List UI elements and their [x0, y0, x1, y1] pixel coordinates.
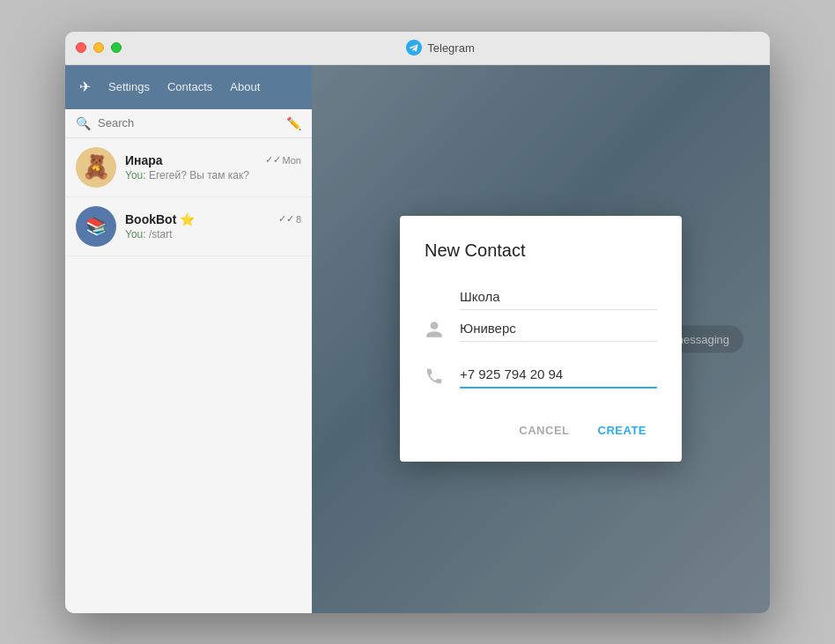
cancel-button[interactable]: CANCEL	[508, 417, 580, 444]
first-name-input[interactable]	[460, 285, 657, 310]
chat-time-bookbot: ✓✓ 8	[278, 213, 301, 225]
app-content: ✈ Settings Contacts About 🔍 ✏️ 🧸 Инара	[65, 65, 770, 613]
chat-name-row-bookbot: BookBot ⭐ ✓✓ 8	[125, 212, 301, 226]
sidebar: ✈ Settings Contacts About 🔍 ✏️ 🧸 Инара	[65, 65, 312, 613]
chat-item-bookbot[interactable]: 📚 BookBot ⭐ ✓✓ 8 You: /start	[65, 197, 312, 256]
minimize-button[interactable]	[93, 42, 104, 53]
avatar-inara: 🧸	[76, 147, 116, 188]
dialog-overlay: New Contact	[312, 65, 770, 613]
nav-settings[interactable]: Settings	[108, 80, 150, 93]
dialog-actions: CANCEL CREATE	[425, 417, 657, 444]
compose-icon[interactable]: ✏️	[286, 116, 301, 130]
chat-main: start messaging New Contact	[312, 65, 770, 613]
chat-name-row-inara: Инара ✓✓ Mon	[125, 153, 301, 167]
double-tick-icon: ✓✓	[265, 154, 281, 166]
you-label-bookbot: You:	[125, 228, 149, 241]
phone-input[interactable]	[460, 363, 657, 389]
chat-name-bookbot: BookBot ⭐	[125, 212, 195, 226]
sidebar-header: ✈ Settings Contacts About	[65, 65, 312, 109]
you-label-inara: You:	[125, 169, 149, 181]
name-inputs	[460, 285, 657, 349]
search-icon: 🔍	[76, 116, 91, 130]
nav-about[interactable]: About	[230, 80, 260, 93]
sidebar-telegram-icon: ✈	[79, 78, 91, 95]
search-input[interactable]	[98, 116, 279, 130]
name-field-group	[425, 285, 657, 349]
telegram-icon	[406, 40, 422, 56]
chat-info-bookbot: BookBot ⭐ ✓✓ 8 You: /start	[125, 212, 301, 241]
last-name-input[interactable]	[460, 317, 657, 342]
avatar-bookbot: 📚	[76, 206, 116, 247]
chat-preview-bookbot: You: /start	[125, 228, 301, 241]
main-window: Telegram ✈ Settings Contacts About 🔍 ✏️	[65, 32, 770, 613]
dialog-fields	[425, 285, 657, 396]
titlebar: Telegram	[65, 32, 770, 65]
chat-name-inara: Инара	[125, 153, 163, 167]
new-contact-dialog: New Contact	[400, 216, 682, 462]
phone-field-group	[425, 363, 657, 396]
chat-item-inara[interactable]: 🧸 Инара ✓✓ Mon You: Егегей? Вы там как?	[65, 138, 312, 197]
dialog-title: New Contact	[425, 241, 657, 261]
traffic-lights	[76, 42, 122, 53]
chat-time-inara: ✓✓ Mon	[265, 154, 301, 166]
phone-icon	[425, 366, 446, 396]
chat-list: 🧸 Инара ✓✓ Mon You: Егегей? Вы там как?	[65, 138, 312, 613]
double-tick-icon-bookbot: ✓✓	[278, 213, 294, 225]
nav-contacts[interactable]: Contacts	[167, 80, 212, 93]
create-button[interactable]: CREATE	[587, 417, 657, 444]
chat-info-inara: Инара ✓✓ Mon You: Егегей? Вы там как?	[125, 153, 301, 181]
maximize-button[interactable]	[111, 42, 122, 53]
window-title: Telegram	[122, 40, 759, 56]
search-bar: 🔍 ✏️	[65, 109, 312, 138]
close-button[interactable]	[76, 42, 86, 53]
person-icon	[425, 320, 446, 349]
chat-preview-inara: You: Егегей? Вы там как?	[125, 169, 301, 181]
